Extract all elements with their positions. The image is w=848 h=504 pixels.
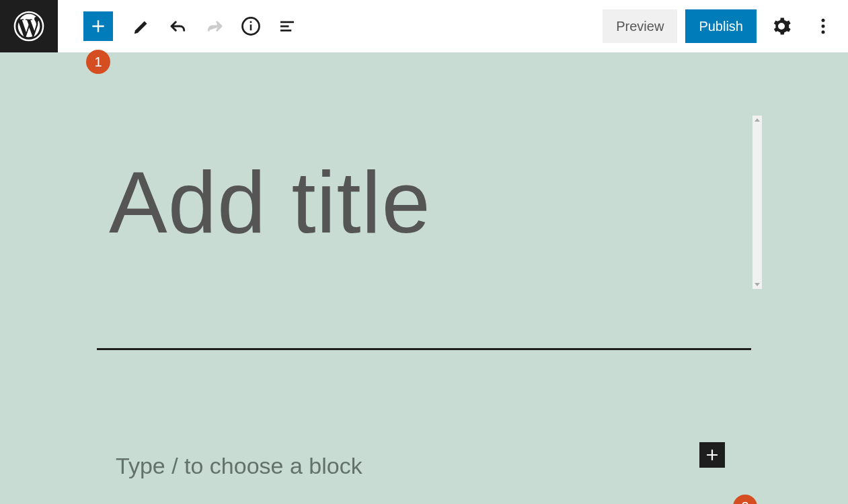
plus-icon [704, 447, 720, 463]
outline-button[interactable] [269, 8, 305, 44]
redo-icon [204, 16, 225, 36]
list-view-icon [277, 16, 297, 36]
svg-point-7 [822, 19, 825, 22]
scroll-down-icon [755, 283, 760, 286]
undo-icon [168, 16, 188, 36]
wordpress-icon [13, 11, 44, 42]
redo-button[interactable] [196, 8, 233, 44]
editor-toolbar: Preview Publish [0, 0, 848, 52]
annotation-badge-1: 1 [86, 50, 110, 74]
annotation-badge-2: 2 [733, 495, 757, 504]
publish-button[interactable]: Publish [685, 9, 757, 43]
svg-rect-2 [250, 25, 252, 31]
svg-point-9 [822, 30, 825, 34]
info-button[interactable] [233, 8, 269, 44]
title-divider [97, 348, 751, 350]
toolbar-right-group: Preview Publish [603, 9, 840, 43]
wordpress-logo[interactable] [0, 0, 58, 55]
svg-point-8 [822, 25, 825, 28]
toolbar-left-group [58, 8, 305, 44]
info-icon [241, 16, 261, 36]
plus-icon [89, 17, 107, 35]
post-title-input[interactable]: Add title [109, 159, 646, 246]
edit-mode-button[interactable] [124, 8, 160, 44]
svg-rect-6 [280, 30, 291, 32]
add-block-button[interactable] [83, 11, 113, 41]
gear-icon [771, 16, 792, 36]
scrollbar[interactable] [753, 116, 762, 289]
more-options-button[interactable] [806, 9, 840, 43]
svg-rect-4 [280, 22, 294, 24]
svg-rect-3 [250, 22, 252, 24]
scroll-up-icon [755, 118, 760, 122]
content-placeholder[interactable]: Type / to choose a block [116, 453, 362, 479]
undo-button[interactable] [160, 8, 196, 44]
editor-canvas: Add title Type / to choose a block 2 [0, 52, 848, 504]
preview-button[interactable]: Preview [603, 9, 677, 43]
settings-button[interactable] [765, 9, 798, 43]
inline-add-block-button[interactable] [699, 442, 725, 468]
kebab-icon [813, 16, 833, 36]
svg-rect-5 [280, 26, 289, 28]
pencil-icon [132, 16, 152, 36]
